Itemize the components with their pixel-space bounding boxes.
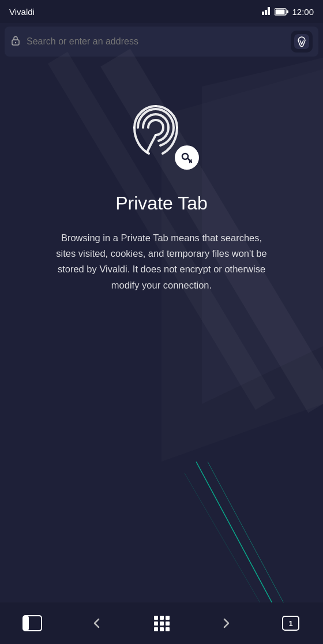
- svg-point-7: [15, 42, 16, 43]
- forward-icon: [219, 616, 233, 630]
- bottom-nav: 1: [0, 602, 323, 644]
- page-description: Browsing in a Private Tab means that sea…: [52, 230, 271, 293]
- tab-count-button[interactable]: 1: [276, 608, 306, 638]
- back-icon: [90, 616, 104, 630]
- svg-rect-21: [23, 616, 29, 631]
- battery-icon: [275, 8, 288, 16]
- status-time: 12:00: [292, 7, 314, 17]
- signal-icon: [262, 7, 271, 16]
- status-right: 12:00: [262, 7, 314, 17]
- svg-marker-0: [262, 12, 264, 15]
- grid-icon: [154, 616, 170, 631]
- tab-count-box: 1: [282, 616, 299, 631]
- svg-line-11: [196, 462, 277, 612]
- private-tab-icon: [124, 95, 199, 170]
- page-title: Private Tab: [115, 193, 208, 214]
- key-badge: [175, 145, 199, 170]
- app-name: Vivaldi: [9, 7, 35, 17]
- svg-marker-1: [265, 10, 267, 15]
- status-bar: Vivaldi 12:00: [0, 0, 323, 23]
- forward-button[interactable]: [211, 608, 241, 638]
- lock-icon: [10, 35, 21, 48]
- svg-line-12: [208, 462, 288, 612]
- menu-button[interactable]: [147, 608, 176, 638]
- main-content: Private Tab Browsing in a Private Tab me…: [0, 60, 323, 293]
- key-icon: [180, 151, 194, 164]
- tab-count: 1: [288, 619, 292, 628]
- search-input[interactable]: [27, 36, 285, 47]
- tab-panel-icon: [22, 615, 42, 631]
- address-bar[interactable]: [5, 27, 318, 57]
- vivaldi-button[interactable]: [291, 31, 313, 53]
- svg-line-13: [185, 473, 265, 612]
- svg-rect-5: [287, 10, 288, 13]
- svg-marker-2: [268, 7, 270, 15]
- tab-switcher-button[interactable]: [17, 608, 47, 638]
- back-button[interactable]: [82, 608, 112, 638]
- svg-rect-4: [276, 9, 285, 14]
